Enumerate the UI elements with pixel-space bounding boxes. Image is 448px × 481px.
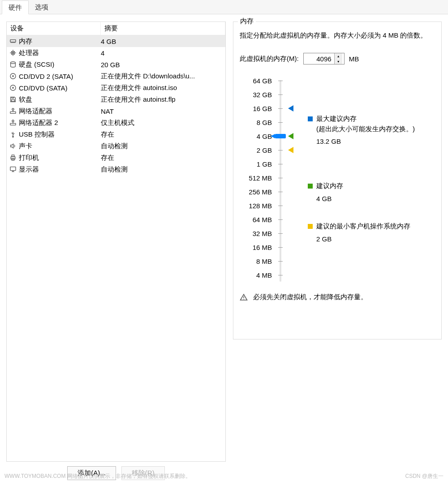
printer-icon [9, 154, 17, 161]
device-name: 内存 [19, 37, 32, 46]
slider-marker-max [288, 105, 293, 112]
device-summary: 自动检测 [101, 165, 223, 174]
svg-point-24 [13, 136, 14, 137]
usb-icon [9, 131, 17, 138]
memory-input-label: 此虚拟机的内存(M): [240, 55, 299, 63]
header-summary: 摘要 [101, 22, 225, 35]
hardware-list-header: 设备 摘要 [7, 22, 225, 35]
footer-left: WWW.TOYMOBAN.COM 网络图片仅供展示，非存储，如有侵权请联系删除。 [4, 472, 191, 480]
svg-point-11 [11, 62, 16, 64]
network-icon [9, 119, 17, 126]
memory-legend-max: 最大建议内存(超出此大小可能发生内存交换。)13.2 GB [308, 114, 435, 147]
floppy-icon [9, 96, 17, 103]
hardware-row[interactable]: 打印机 存在 [7, 152, 225, 163]
slider-tick-label: 16 GB [253, 105, 272, 112]
device-name: USB 控制器 [19, 130, 55, 139]
square-yellow-icon [308, 224, 313, 229]
slider-tick-label: 128 MB [249, 202, 272, 210]
svg-point-22 [12, 120, 14, 122]
legend-value: 2 GB [316, 234, 435, 245]
cpu-icon [9, 49, 17, 56]
cd-icon [9, 84, 17, 91]
svg-rect-16 [12, 100, 15, 102]
hardware-row[interactable]: 显示器 自动检测 [7, 163, 225, 175]
slider-tick-label: 2 GB [257, 146, 272, 154]
footer-right: CSDN @唐生一 [405, 472, 444, 480]
slider-tick-label: 32 GB [253, 91, 272, 99]
slider-marker-rec [288, 133, 293, 139]
device-name: 硬盘 (SCSI) [19, 60, 54, 69]
device-summary: 正在使用文件 D:\downloads\u... [101, 72, 223, 81]
slider-tick-labels: 64 GB32 GB16 GB8 GB4 GB2 GB1 GB512 MB256… [240, 78, 275, 284]
slider-handle[interactable] [275, 134, 286, 138]
hardware-row[interactable]: 网络适配器 NAT [7, 105, 225, 117]
slider-tick-label: 8 GB [257, 119, 272, 126]
memory-input[interactable] [304, 53, 334, 64]
tab-bar: 硬件 选项 [0, 0, 448, 14]
hardware-row[interactable]: 软盘 正在使用文件 autoinst.flp [7, 94, 225, 105]
memory-legend-rec: 建议内存4 GB [308, 181, 435, 204]
spin-up-button[interactable]: ▲ [335, 53, 342, 59]
svg-rect-6 [13, 52, 14, 54]
device-summary: NAT [101, 107, 223, 115]
display-icon [9, 166, 17, 173]
device-summary: 20 GB [101, 61, 223, 69]
device-name: 网络适配器 [19, 107, 52, 116]
svg-rect-21 [10, 123, 16, 125]
legend-label: 最大建议内存 [316, 115, 357, 122]
svg-rect-18 [10, 112, 16, 113]
device-summary: 存在 [101, 154, 223, 162]
slider-tick-label: 32 MB [253, 230, 272, 237]
spin-down-button[interactable]: ▼ [335, 59, 342, 64]
slider-tick-label: 64 MB [253, 216, 272, 223]
square-green-icon [308, 184, 313, 189]
svg-point-12 [10, 73, 16, 79]
slider-tick-label: 1 GB [257, 160, 272, 168]
device-name: 声卡 [19, 142, 32, 150]
svg-rect-0 [10, 40, 16, 42]
page-footer: WWW.TOYMOBAN.COM 网络图片仅供展示，非存储，如有侵权请联系删除。… [0, 472, 448, 480]
legend-note: (超出此大小可能发生内存交换。) [316, 125, 415, 133]
device-name: 网络适配器 2 [19, 119, 58, 127]
slider-tick-label: 4 MB [256, 271, 272, 279]
svg-point-35 [243, 299, 244, 300]
svg-point-19 [12, 108, 14, 110]
warning-text: 必须先关闭虚拟机，才能降低内存量。 [253, 293, 367, 301]
network-icon [9, 107, 17, 115]
hardware-row[interactable]: 内存 4 GB [7, 35, 225, 47]
hardware-row[interactable]: USB 控制器 存在 [7, 129, 225, 140]
memory-legend-min: 建议的最小客户机操作系统内存2 GB [308, 221, 435, 244]
hardware-row[interactable]: CD/DVD (SATA) 正在使用文件 autoinst.iso [7, 82, 225, 94]
hardware-row[interactable]: 网络适配器 2 仅主机模式 [7, 117, 225, 129]
device-summary: 仅主机模式 [101, 119, 223, 127]
tab-hardware[interactable]: 硬件 [2, 0, 29, 14]
disk-icon [9, 61, 17, 68]
svg-point-13 [13, 76, 14, 77]
memory-slider[interactable] [275, 78, 286, 284]
tab-options[interactable]: 选项 [29, 0, 55, 14]
hardware-row[interactable]: 硬盘 (SCSI) 20 GB [7, 59, 225, 70]
svg-point-15 [13, 87, 14, 89]
legend-label: 建议内存 [316, 182, 343, 189]
slider-tick-label: 512 MB [249, 174, 272, 182]
slider-tick-label: 64 GB [253, 77, 272, 85]
slider-marker-min [288, 147, 293, 153]
slider-tick-label: 8 MB [256, 258, 272, 265]
hardware-row[interactable]: CD/DVD 2 (SATA) 正在使用文件 D:\downloads\u... [7, 70, 225, 82]
device-summary: 正在使用文件 autoinst.iso [101, 84, 223, 92]
device-name: CD/DVD 2 (SATA) [19, 73, 73, 80]
svg-rect-17 [12, 97, 13, 99]
device-summary: 4 GB [101, 38, 223, 45]
hardware-list-panel: 设备 摘要 内存 4 GB 处理器 4 硬盘 (SCSI) 20 GB CD/D… [6, 21, 226, 462]
square-blue-icon [308, 116, 313, 121]
legend-value: 4 GB [316, 194, 435, 204]
device-summary: 存在 [101, 130, 223, 139]
hardware-row[interactable]: 处理器 4 [7, 47, 225, 59]
header-device: 设备 [7, 22, 101, 35]
memory-unit: MB [349, 55, 359, 63]
warning-icon [240, 293, 248, 301]
legend-value: 13.2 GB [316, 137, 435, 147]
hardware-row[interactable]: 声卡 自动检测 [7, 140, 225, 152]
memory-spinbox[interactable]: ▲ ▼ [303, 53, 345, 64]
device-name: CD/DVD (SATA) [19, 84, 68, 92]
